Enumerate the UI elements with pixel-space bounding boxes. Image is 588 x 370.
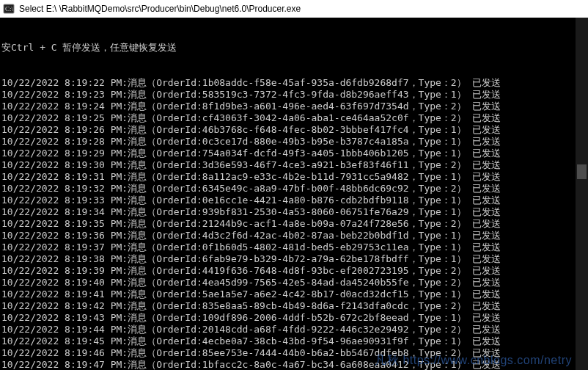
log-line: 10/22/2022 8:19:25 PM:消息（OrderId:cf43063…: [0, 112, 588, 124]
log-line: 10/22/2022 8:19:40 PM:消息（OrderId:4ea45d9…: [0, 277, 588, 289]
log-line: 10/22/2022 8:19:41 PM:消息（OrderId:5ae1a5e…: [0, 289, 588, 300]
log-line: 10/22/2022 8:19:42 PM:消息（OrderId:835e8aa…: [0, 300, 588, 312]
window-title-bar[interactable]: C:\ Select E:\ \RabbitMQDemo\src\Produce…: [0, 0, 588, 18]
log-line: 10/22/2022 8:19:43 PM:消息（OrderId:109df89…: [0, 312, 588, 324]
log-line: 10/22/2022 8:19:22 PM:消息（OrderId:1b08add…: [0, 77, 588, 89]
log-line: 10/22/2022 8:19:28 PM:消息（OrderId:0c3ce17…: [0, 136, 588, 148]
log-line: 10/22/2022 8:19:30 PM:消息（OrderId:3d36e59…: [0, 159, 588, 171]
log-line: 10/22/2022 8:19:45 PM:消息（OrderId:4ecbe0a…: [0, 335, 588, 347]
log-line: 10/22/2022 8:19:47 PM:消息（OrderId:1bfacc2…: [0, 359, 588, 370]
svg-text:C:\: C:\: [5, 5, 14, 12]
title-path: \RabbitMQDemo\src\Producer\bin\Debug\net…: [59, 4, 301, 14]
window-title: Select E:\ \RabbitMQDemo\src\Producer\bi…: [19, 4, 301, 14]
log-line: 10/22/2022 8:19:39 PM:消息（OrderId:4419f63…: [0, 265, 588, 277]
log-line: 10/22/2022 8:19:29 PM:消息（OrderId:754a034…: [0, 148, 588, 159]
title-prefix: Select E:\: [19, 4, 56, 14]
log-line: 10/22/2022 8:19:46 PM:消息（OrderId:85ee753…: [0, 347, 588, 359]
log-line: 10/22/2022 8:19:36 PM:消息（OrderId:4d3c2f6…: [0, 230, 588, 242]
log-line: 10/22/2022 8:19:23 PM:消息（OrderId:583519c…: [0, 89, 588, 101]
log-line: 10/22/2022 8:19:26 PM:消息（OrderId:46b3768…: [0, 124, 588, 136]
log-line: 10/22/2022 8:19:32 PM:消息（OrderId:6345e49…: [0, 183, 588, 195]
header-hint: 安Ctrl + C 暂停发送，任意键恢复发送: [0, 42, 588, 54]
log-line: 10/22/2022 8:19:33 PM:消息（OrderId:0e16cc1…: [0, 195, 588, 206]
scrollbar-thumb[interactable]: [577, 164, 587, 179]
console-output[interactable]: 安Ctrl + C 暂停发送，任意键恢复发送 10/22/2022 8:19:2…: [0, 18, 588, 370]
log-line: 10/22/2022 8:19:31 PM:消息（OrderId:8a112ac…: [0, 171, 588, 183]
log-line: 10/22/2022 8:19:44 PM:消息（OrderId:20148cd…: [0, 324, 588, 335]
log-line: 10/22/2022 8:19:34 PM:消息（OrderId:939bf83…: [0, 206, 588, 218]
console-icon: C:\: [3, 3, 15, 15]
log-line: 10/22/2022 8:19:35 PM:消息（OrderId:21244b9…: [0, 218, 588, 230]
log-line: 10/22/2022 8:19:38 PM:消息（OrderId:6fab9e7…: [0, 253, 588, 265]
vertical-scrollbar[interactable]: [576, 18, 588, 370]
log-line: 10/22/2022 8:19:37 PM:消息（OrderId:0f1b60d…: [0, 242, 588, 253]
log-line: 10/22/2022 8:19:24 PM:消息（OrderId:8f1d9be…: [0, 101, 588, 112]
